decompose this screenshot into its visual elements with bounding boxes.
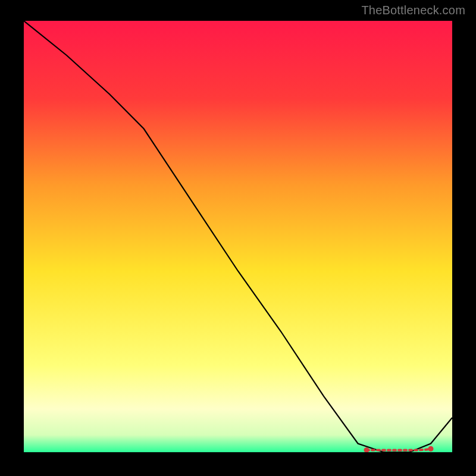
- optimal-band-endpoint: [428, 446, 434, 452]
- gradient-background: [24, 21, 452, 452]
- watermark-text: TheBottleneck.com: [361, 4, 465, 17]
- chart-svg: [24, 21, 452, 452]
- chart-container: TheBottleneck.com: [0, 0, 476, 476]
- plot-area: [24, 21, 452, 452]
